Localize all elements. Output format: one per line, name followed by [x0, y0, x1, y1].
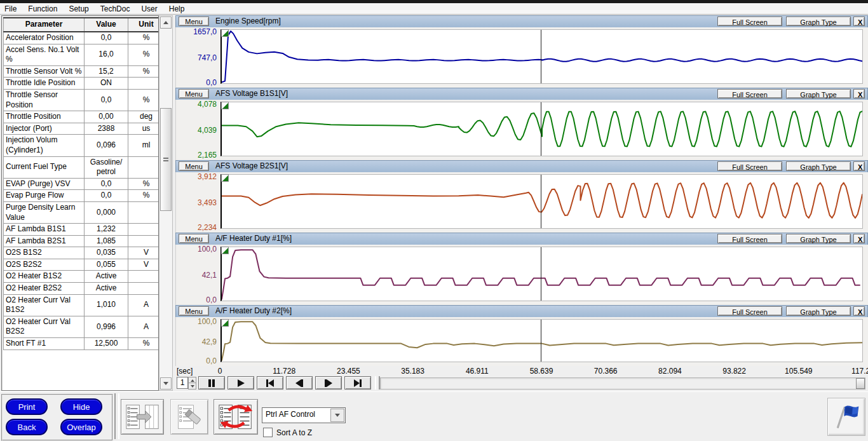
table-row[interactable]: Short FT #112,500% — [4, 338, 159, 350]
action-button-panel: Print Hide Back Overlap — [1, 394, 113, 441]
y-axis-min-label: 2,165 — [177, 151, 217, 159]
skip-start-icon — [265, 379, 275, 388]
graph-full-screen-button[interactable]: Full Screen — [717, 306, 782, 316]
table-row[interactable]: Throttle Sensor Position0,0% — [4, 89, 159, 111]
table-row[interactable]: Throttle Position0,00deg — [4, 111, 159, 123]
table-header-row: Parameter Value Unit — [4, 18, 159, 32]
interval-down-button[interactable] — [188, 383, 196, 390]
table-row[interactable]: O2S B2S20,055V — [4, 259, 159, 271]
interval-value[interactable]: 1 — [177, 377, 188, 389]
time-unit-label: [sec] — [177, 367, 193, 376]
time-cursor-line[interactable] — [541, 247, 541, 301]
table-row[interactable]: Injector (Port)2388us — [4, 123, 159, 135]
back-button[interactable]: Back — [6, 419, 48, 435]
graph-close-button[interactable]: X — [853, 161, 865, 171]
graph-full-screen-button[interactable]: Full Screen — [717, 234, 782, 243]
skip-to-start-button[interactable] — [257, 376, 283, 390]
time-cursor-line[interactable] — [541, 30, 541, 83]
play-button[interactable] — [227, 376, 254, 390]
pause-button[interactable] — [198, 376, 225, 390]
graph-plot[interactable] — [220, 247, 863, 301]
scroll-up-button[interactable] — [160, 17, 172, 29]
y-axis-max-label: 100,0 — [177, 245, 217, 254]
graph-graph-type-button[interactable]: Graph Type — [786, 17, 851, 26]
graph-menu-button[interactable]: Menu — [179, 306, 209, 316]
graph-plot[interactable] — [220, 102, 863, 156]
graph-full-screen-button[interactable]: Full Screen — [717, 161, 782, 171]
column-header-value[interactable]: Value — [85, 18, 128, 32]
sort-checkbox[interactable] — [263, 428, 273, 437]
table-row[interactable]: O2 Heater Curr Val B1S21,010A — [4, 294, 159, 316]
menu-item-setup[interactable]: Setup — [63, 4, 94, 13]
start-marker-icon — [221, 319, 229, 327]
graph-full-screen-button[interactable]: Full Screen — [717, 89, 782, 98]
graph-close-button[interactable]: X — [853, 17, 865, 26]
graph-menu-button[interactable]: Menu — [179, 234, 209, 243]
time-cursor-line[interactable] — [541, 175, 541, 228]
graph-graph-type-button[interactable]: Graph Type — [786, 161, 851, 171]
table-row[interactable]: O2S B1S20,035V — [4, 247, 159, 259]
table-row[interactable]: Current Fuel TypeGasoline/ petrol — [4, 156, 159, 178]
skip-to-end-button[interactable] — [344, 376, 371, 390]
time-cursor-line[interactable] — [541, 102, 541, 156]
timeline-scrollbar[interactable] — [380, 377, 865, 390]
graph-panel-0: Menu Engine Speed[rpm] Full Screen Graph… — [175, 15, 868, 88]
column-header-parameter[interactable]: Parameter — [4, 18, 85, 32]
step-forward-button[interactable] — [315, 376, 342, 390]
graph-full-screen-button[interactable]: Full Screen — [717, 17, 782, 26]
graph-plot[interactable] — [220, 174, 863, 229]
dropdown-button[interactable] — [330, 409, 344, 422]
table-row[interactable]: AF Lambda B1S11,232 — [4, 224, 159, 236]
table-scrollbar[interactable] — [159, 15, 173, 391]
table-row[interactable]: AF Lambda B2S11,085 — [4, 235, 159, 247]
table-row[interactable]: Accelerator Position0,0% — [4, 32, 159, 44]
table-row[interactable]: Evap Purge Flow0,0% — [4, 190, 159, 202]
graph-close-button[interactable]: X — [853, 89, 865, 98]
graph-plot[interactable] — [220, 29, 863, 84]
table-row[interactable]: O2 Heater B2S2Active — [4, 283, 159, 295]
record-list-button[interactable] — [170, 399, 208, 435]
print-button[interactable]: Print — [6, 398, 48, 415]
scroll-down-button[interactable] — [160, 377, 172, 390]
menu-item-file[interactable]: File — [0, 4, 22, 13]
graph-graph-type-button[interactable]: Graph Type — [786, 89, 851, 98]
table-row[interactable]: EVAP (Purge) VSV0,0% — [4, 178, 159, 190]
step-back-button[interactable] — [286, 376, 313, 390]
graph-graph-type-button[interactable]: Graph Type — [786, 234, 851, 243]
graph-graph-type-button[interactable]: Graph Type — [786, 306, 851, 316]
graph-menu-button[interactable]: Menu — [179, 89, 209, 98]
graph-menu-button[interactable]: Menu — [179, 17, 209, 26]
flag-button[interactable] — [827, 398, 865, 436]
table-row[interactable]: Throttle Idle PositionON — [4, 78, 159, 90]
graph-close-button[interactable]: X — [853, 306, 865, 316]
graph-plot[interactable] — [220, 319, 863, 362]
menu-item-user[interactable]: User — [135, 4, 163, 13]
menu-item-help[interactable]: Help — [163, 4, 191, 13]
table-row[interactable]: Accel Sens. No.1 Volt %16,0% — [4, 44, 159, 65]
time-cursor-line[interactable] — [541, 320, 541, 362]
table-row[interactable]: Injection Volum (Cylinder1)0,096ml — [4, 135, 159, 156]
hide-button[interactable]: Hide — [60, 398, 102, 415]
timeline-scrollbar-thumb[interactable] — [856, 378, 865, 389]
table-row[interactable]: Purge Density Learn Value0,000 — [4, 201, 159, 223]
menu-item-function[interactable]: Function — [22, 4, 63, 13]
y-axis-max-label: 3,912 — [177, 172, 217, 181]
parameter-table-panel: Parameter Value Unit Accelerator Positio… — [1, 15, 159, 391]
overlap-button[interactable]: Overlap — [60, 419, 102, 435]
time-tick: 105.549 — [785, 367, 812, 376]
table-row[interactable]: O2 Heater B1S2Active — [4, 271, 159, 283]
parameter-to-graph-button[interactable] — [121, 399, 164, 435]
y-axis-current-label: 42,9 — [177, 337, 217, 346]
table-row[interactable]: O2 Heater Curr Val B2S20,996A — [4, 316, 159, 337]
scrollbar-thumb[interactable] — [160, 108, 172, 211]
graph-close-button[interactable]: X — [853, 234, 865, 243]
graph-body: 3,912 3,493 2,234 — [175, 172, 868, 233]
swap-parameter-lists-button[interactable] — [214, 399, 258, 435]
column-header-unit[interactable]: Unit — [128, 18, 159, 32]
y-axis-current-label: 42,1 — [177, 271, 217, 280]
table-row[interactable]: Throttle Sensor Volt %15,2% — [4, 65, 159, 78]
y-axis-max-label: 4,078 — [177, 100, 217, 109]
menu-item-techdoc[interactable]: TechDoc — [95, 4, 136, 13]
graph-menu-button[interactable]: Menu — [179, 161, 209, 171]
mode-dropdown[interactable]: Ptrl AF Control — [262, 407, 346, 423]
